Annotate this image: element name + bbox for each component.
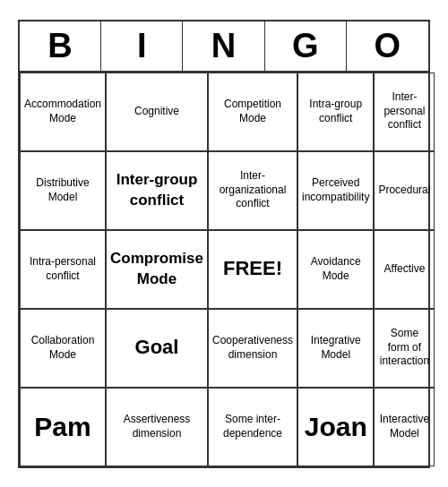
bingo-cell: Joan [297, 388, 374, 466]
bingo-cell: Collaboration Mode [20, 309, 106, 388]
bingo-cell: Interactive Model [374, 388, 435, 466]
bingo-cell: Inter-group conflict [106, 151, 208, 230]
bingo-cell: Accommodation Mode [20, 73, 106, 151]
bingo-cell: Compromise Mode [106, 230, 208, 309]
bingo-cell: Intra-personal conflict [20, 230, 106, 309]
header-letter: N [183, 21, 264, 71]
bingo-cell: Distributive Model [20, 151, 106, 230]
bingo-cell: Cognitive [106, 73, 208, 151]
bingo-card: BINGO Accommodation ModeCognitiveCompeti… [18, 20, 430, 468]
bingo-cell: FREE! [208, 230, 297, 309]
bingo-cell: Pam [20, 388, 106, 466]
bingo-cell: Some inter-dependence [208, 388, 297, 466]
bingo-header: BINGO [20, 21, 428, 73]
bingo-cell: Procedural [374, 151, 435, 230]
bingo-cell: Intra-group conflict [297, 73, 374, 151]
bingo-cell: Competition Mode [208, 73, 297, 151]
bingo-grid: Accommodation ModeCognitiveCompetition M… [20, 73, 428, 466]
bingo-cell: Affective [374, 230, 435, 309]
header-letter: G [265, 21, 347, 71]
bingo-cell: Cooperativeness dimension [208, 309, 297, 388]
header-letter: B [20, 21, 101, 71]
header-letter: I [101, 21, 183, 71]
header-letter: O [347, 21, 428, 71]
bingo-cell: Avoidance Mode [297, 230, 374, 309]
bingo-cell: Assertiveness dimension [106, 388, 208, 466]
bingo-cell: Perceived incompatibility [297, 151, 374, 230]
bingo-cell: Goal [106, 309, 208, 388]
bingo-cell: Some form of interaction [374, 309, 435, 388]
bingo-cell: Inter-organizational conflict [208, 151, 297, 230]
bingo-cell: Integrative Model [297, 309, 374, 388]
bingo-cell: Inter-personal conflict [374, 73, 435, 151]
